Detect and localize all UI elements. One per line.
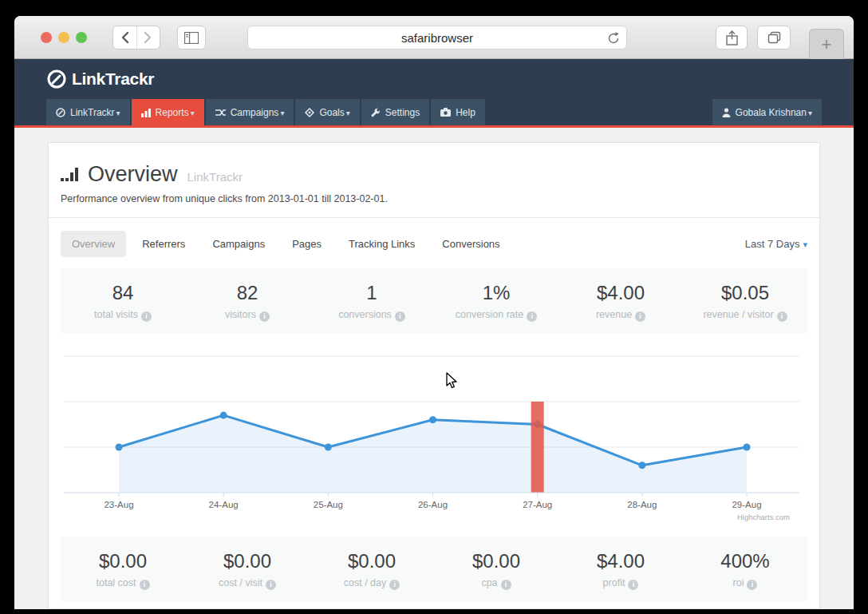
tab-overview[interactable]: Overview [61, 231, 126, 257]
svg-text:27-Aug: 27-Aug [523, 500, 552, 509]
tab-campaigns[interactable]: Campaigns [201, 231, 276, 257]
info-icon[interactable] [266, 580, 276, 590]
sidebar-button[interactable] [177, 26, 206, 50]
window-controls [41, 32, 87, 43]
visits-chart: 23-Aug24-Aug25-Aug26-Aug27-Aug28-Aug29-A… [61, 339, 807, 533]
stat-profit: $4.00 profit [558, 550, 683, 590]
brand-logo[interactable]: LinkTrackr [46, 69, 154, 89]
stat-value: $0.00 [434, 550, 558, 572]
tab-pages[interactable]: Pages [281, 231, 333, 257]
sidebar-icon [184, 32, 199, 44]
stat-cost-per-visit: $0.00 cost / visit [185, 550, 310, 590]
chart-credits: Highcharts.com [737, 513, 790, 521]
bar-chart-title-icon [61, 168, 80, 181]
share-icon [726, 30, 738, 46]
stat-value: $0.00 [185, 550, 310, 572]
nav-item-goals[interactable]: Goals [295, 99, 359, 125]
stat-label: total visits [94, 309, 138, 320]
nav-item-label: Reports [156, 107, 195, 118]
stat-cpa: $0.00 cpa [434, 550, 558, 590]
info-icon[interactable] [527, 311, 537, 322]
browser-titlebar: safaribrowser + [14, 16, 854, 59]
nav-item-label: Campaigns [231, 107, 285, 118]
nav-item-label: Settings [385, 107, 420, 118]
nav-item-campaigns[interactable]: Campaigns [206, 99, 294, 125]
user-menu[interactable]: Gobala Krishnan [712, 99, 822, 125]
page-title: Overview [88, 162, 178, 187]
user-menu-label: Gobala Krishnan [736, 107, 812, 118]
reload-icon [607, 31, 620, 46]
overview-card: Overview LinkTrackr Performance overview… [48, 142, 820, 609]
info-icon[interactable] [635, 311, 645, 322]
stat-roi: 400% roi [683, 550, 807, 590]
info-icon[interactable] [628, 580, 638, 590]
tabs-overview-icon [767, 31, 781, 44]
stat-label: total cost [96, 577, 136, 588]
nav-item-settings[interactable]: Settings [361, 99, 429, 125]
info-icon[interactable] [140, 580, 150, 590]
stat-cost-per-day: $0.00 cost / day [310, 550, 434, 590]
nav-item-label: Goals [319, 107, 349, 118]
share-button[interactable] [716, 26, 748, 50]
svg-text:26-Aug: 26-Aug [418, 500, 448, 509]
stat-value: $0.05 [683, 282, 807, 304]
back-button[interactable] [113, 26, 137, 49]
stat-value: 84 [61, 282, 185, 304]
info-icon[interactable] [777, 311, 787, 322]
tab-conversions[interactable]: Conversions [431, 231, 511, 257]
show-all-tabs-button[interactable] [757, 26, 791, 50]
link-icon [56, 108, 65, 117]
chevron-left-icon [120, 31, 129, 44]
nav-item-help[interactable]: Help [431, 99, 485, 125]
info-icon[interactable] [389, 580, 400, 590]
zoom-window-button[interactable] [76, 32, 87, 43]
stat-label: cpa [481, 577, 497, 588]
stats-top-panel: 84 total visits 82 visitors 1 conversion… [61, 268, 807, 334]
forward-button[interactable] [137, 26, 160, 49]
nav-item-reports[interactable]: Reports [132, 99, 204, 125]
info-icon[interactable] [747, 580, 757, 590]
date-range-selector[interactable]: Last 7 Days [745, 238, 807, 250]
nav-item-linktrackr[interactable]: LinkTrackr [46, 99, 130, 125]
browser-window: safaribrowser + [14, 16, 854, 609]
tab-tracking-links[interactable]: Tracking Links [337, 231, 426, 257]
reload-button[interactable] [607, 31, 620, 49]
target-icon [305, 108, 314, 117]
stat-label: visitors [225, 309, 256, 320]
wrench-icon [371, 108, 381, 117]
info-icon[interactable] [395, 311, 405, 322]
stats-bottom-panel: $0.00 total cost $0.00 cost / visit $0.0… [61, 537, 807, 602]
stat-total-cost: $0.00 total cost [61, 550, 185, 590]
svg-text:28-Aug: 28-Aug [627, 500, 657, 509]
info-icon[interactable] [501, 580, 511, 590]
stat-label: cost / day [344, 577, 387, 588]
info-icon[interactable] [259, 311, 270, 322]
svg-text:25-Aug: 25-Aug [314, 500, 343, 509]
shuffle-icon [215, 108, 226, 117]
page-title-suffix: LinkTrackr [187, 165, 243, 184]
stat-total-visits: 84 total visits [61, 282, 185, 322]
stat-value: $4.00 [558, 282, 683, 304]
stat-value: $0.00 [61, 550, 185, 572]
address-bar[interactable]: safaribrowser [247, 26, 627, 50]
info-icon[interactable] [141, 311, 152, 322]
stat-label: revenue [596, 309, 632, 320]
camera-icon [440, 108, 451, 117]
nav-item-label: Help [456, 107, 475, 118]
stat-conversion-rate: 1% conversion rate [434, 282, 558, 322]
stat-label: roi [733, 577, 744, 588]
minimize-window-button[interactable] [58, 32, 69, 43]
stat-revenue: $4.00 revenue [558, 282, 683, 322]
report-tabs: Overview Referrers Campaigns Pages Track… [61, 218, 807, 268]
stat-value: $4.00 [558, 550, 683, 572]
new-tab-button[interactable]: + [809, 29, 844, 59]
stat-visitors: 82 visitors [185, 282, 310, 322]
stat-label: profit [603, 577, 625, 588]
visits-chart-svg: 23-Aug24-Aug25-Aug26-Aug27-Aug28-Aug29-A… [61, 339, 809, 529]
date-range-label: Last 7 Days [745, 238, 807, 250]
tab-referrers[interactable]: Referrers [131, 231, 196, 257]
stat-value: $0.00 [310, 550, 434, 572]
close-window-button[interactable] [41, 32, 52, 43]
stat-value: 1% [434, 282, 558, 304]
linktrackr-logo-icon [46, 69, 67, 89]
